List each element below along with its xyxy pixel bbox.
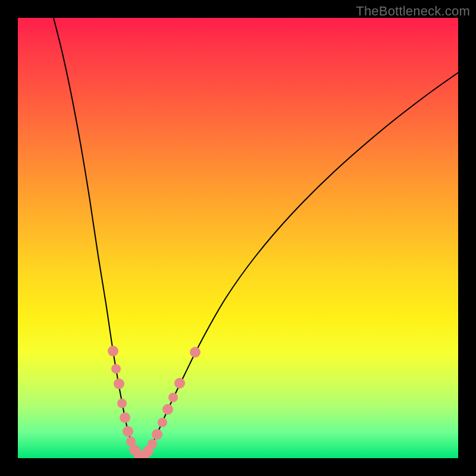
data-marker (162, 404, 173, 415)
bottleneck-curve-right (145, 73, 458, 456)
data-marker (158, 418, 167, 427)
bottleneck-curve-left (54, 18, 139, 456)
data-marker (108, 346, 118, 356)
chart-svg (18, 18, 458, 458)
data-marker (148, 439, 157, 449)
data-marker (190, 347, 201, 358)
plot-area (18, 18, 458, 458)
data-marker (174, 378, 185, 389)
data-marker (114, 378, 124, 389)
data-marker (168, 393, 178, 402)
data-marker (123, 426, 133, 437)
data-marker (111, 364, 121, 374)
data-marker (117, 399, 127, 408)
chart-frame: TheBottleneck.com (0, 0, 476, 476)
watermark-text: TheBottleneck.com (356, 4, 470, 19)
data-marker (152, 429, 162, 440)
data-markers (108, 346, 201, 458)
data-marker (120, 412, 130, 423)
